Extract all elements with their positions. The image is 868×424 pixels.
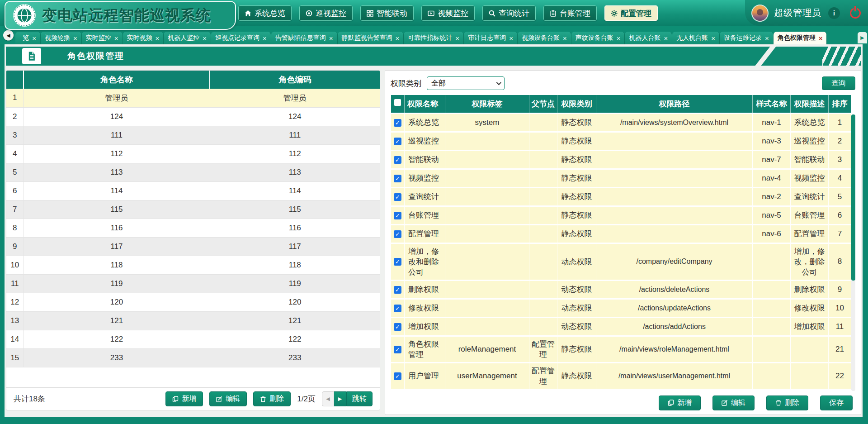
perm-style[interactable] bbox=[753, 243, 791, 280]
perm-path[interactable] bbox=[596, 132, 753, 150]
row-index[interactable]: 7 bbox=[6, 200, 24, 219]
perm-order[interactable]: 6 bbox=[829, 206, 851, 224]
tab-机器人监控[interactable]: 机器人监控× bbox=[164, 32, 211, 44]
role-code[interactable]: 233 bbox=[210, 348, 380, 367]
perm-tag[interactable] bbox=[445, 224, 529, 243]
permission-row[interactable]: ✓台账管理静态权限nav-5台账管理6 bbox=[391, 206, 851, 224]
perm-style[interactable]: nav-5 bbox=[753, 206, 791, 224]
row-checkbox[interactable]: ✓ bbox=[394, 286, 401, 294]
perm-parent[interactable] bbox=[529, 280, 557, 299]
perm-desc[interactable] bbox=[791, 362, 829, 389]
perm-style[interactable]: nav-4 bbox=[753, 169, 791, 187]
perm-name[interactable]: 视频监控 bbox=[405, 169, 445, 187]
perm-order[interactable]: 21 bbox=[829, 336, 851, 362]
perm-path[interactable] bbox=[596, 187, 753, 206]
perm-parent[interactable] bbox=[529, 169, 557, 187]
select-all-checkbox[interactable] bbox=[394, 99, 401, 106]
nav-button-eye[interactable]: 巡视监控 bbox=[299, 5, 353, 21]
close-icon[interactable]: × bbox=[563, 35, 567, 42]
role-name[interactable]: 120 bbox=[24, 293, 210, 311]
perm-type[interactable]: 静态权限 bbox=[557, 113, 596, 132]
perm-tag[interactable] bbox=[445, 206, 529, 224]
row-index[interactable]: 9 bbox=[6, 237, 24, 256]
permission-row[interactable]: ✓删除权限动态权限/actions/deleteActions删除权限9 bbox=[391, 280, 851, 299]
permission-row[interactable]: ✓增加，修改和删除公司动态权限/company/editCompany增加，修改… bbox=[391, 243, 851, 280]
perm-parent[interactable] bbox=[529, 317, 557, 336]
perm-path[interactable] bbox=[596, 169, 753, 187]
perm-desc[interactable]: 视频监控 bbox=[791, 169, 829, 187]
perm-tag[interactable] bbox=[445, 299, 529, 317]
permission-row[interactable]: ✓视频监控静态权限nav-4视频监控4 bbox=[391, 169, 851, 187]
perm-tag[interactable]: userManagement bbox=[445, 362, 529, 389]
perm-parent[interactable] bbox=[529, 187, 557, 206]
perm-style[interactable]: nav-1 bbox=[753, 113, 791, 132]
perm-path[interactable]: /main/views/systemOverview.html bbox=[596, 113, 753, 132]
row-checkbox[interactable]: ✓ bbox=[394, 175, 401, 182]
role-row[interactable]: 9117117 bbox=[6, 237, 380, 256]
nav-button-ledger[interactable]: 台账管理 bbox=[543, 5, 597, 21]
role-name[interactable]: 115 bbox=[24, 200, 210, 219]
perm-desc[interactable]: 台账管理 bbox=[791, 206, 829, 224]
close-icon[interactable]: × bbox=[819, 35, 823, 42]
close-icon[interactable]: × bbox=[329, 35, 333, 42]
perm-order[interactable]: 10 bbox=[829, 299, 851, 317]
nav-button-search[interactable]: 查询统计 bbox=[482, 5, 536, 21]
role-name[interactable]: 管理员 bbox=[24, 89, 210, 107]
perm-tag[interactable] bbox=[445, 169, 529, 187]
perm-type[interactable]: 动态权限 bbox=[557, 317, 596, 336]
perm-name[interactable]: 巡视监控 bbox=[405, 132, 445, 150]
perm-type[interactable]: 静态权限 bbox=[557, 336, 596, 362]
perm-parent[interactable] bbox=[529, 224, 557, 243]
role-code[interactable]: 119 bbox=[210, 274, 380, 293]
perm-name[interactable]: 智能联动 bbox=[405, 150, 445, 169]
role-row[interactable]: 3111111 bbox=[6, 126, 380, 144]
row-index[interactable]: 3 bbox=[6, 126, 24, 144]
perm-name[interactable]: 用户管理 bbox=[405, 362, 445, 389]
tab-无人机台账[interactable]: 无人机台账× bbox=[672, 32, 720, 44]
tab-机器人台账[interactable]: 机器人台账× bbox=[625, 32, 672, 44]
role-code[interactable]: 124 bbox=[210, 107, 380, 126]
perm-edit-button[interactable]: 编辑 bbox=[712, 395, 755, 410]
perm-order[interactable]: 1 bbox=[829, 113, 851, 132]
role-row[interactable]: 6114114 bbox=[6, 181, 380, 200]
tab-设备运维记录[interactable]: 设备运维记录× bbox=[720, 32, 774, 44]
perm-style[interactable]: nav-7 bbox=[753, 150, 791, 169]
permission-row[interactable]: ✓用户管理userManagement配置管理静态权限/main/views/u… bbox=[391, 362, 851, 389]
tab-实时监控[interactable]: 实时监控× bbox=[82, 32, 123, 44]
permission-row[interactable]: ✓增加权限动态权限/actions/addActions增加权限11 bbox=[391, 317, 851, 336]
perm-type[interactable]: 静态权限 bbox=[557, 206, 596, 224]
perm-path[interactable]: /company/editCompany bbox=[596, 243, 753, 280]
perm-order[interactable]: 4 bbox=[829, 169, 851, 187]
perm-parent[interactable] bbox=[529, 150, 557, 169]
role-row[interactable]: 4112112 bbox=[6, 144, 380, 163]
jump-page-button[interactable]: 跳转 bbox=[346, 391, 373, 406]
perm-parent[interactable] bbox=[529, 132, 557, 150]
perm-desc[interactable]: 系统总览 bbox=[791, 113, 829, 132]
perm-parent[interactable] bbox=[529, 299, 557, 317]
perm-name[interactable]: 角色权限管理 bbox=[405, 336, 445, 362]
tab-巡视点记录查询[interactable]: 巡视点记录查询× bbox=[211, 32, 271, 44]
perm-type[interactable]: 静态权限 bbox=[557, 132, 596, 150]
role-name[interactable]: 121 bbox=[24, 311, 210, 330]
role-code[interactable]: 111 bbox=[210, 126, 380, 144]
role-row[interactable]: 14122122 bbox=[6, 330, 380, 348]
role-row[interactable]: 13121121 bbox=[6, 311, 380, 330]
perm-style[interactable]: nav-2 bbox=[753, 187, 791, 206]
permission-row[interactable]: ✓巡视监控静态权限nav-3巡视监控2 bbox=[391, 132, 851, 150]
tab-审计日志查询[interactable]: 审计日志查询× bbox=[464, 32, 518, 44]
role-name[interactable]: 114 bbox=[24, 181, 210, 200]
close-icon[interactable]: × bbox=[509, 35, 513, 42]
row-checkbox[interactable]: ✓ bbox=[394, 156, 401, 164]
perm-type[interactable]: 静态权限 bbox=[557, 224, 596, 243]
perm-path[interactable]: /actions/updateActions bbox=[596, 299, 753, 317]
close-icon[interactable]: × bbox=[664, 35, 668, 42]
tab-静默监视告警查询[interactable]: 静默监视告警查询× bbox=[338, 32, 404, 44]
perm-type[interactable]: 动态权限 bbox=[557, 243, 596, 280]
row-index[interactable]: 6 bbox=[6, 181, 24, 200]
close-icon[interactable]: × bbox=[765, 35, 769, 42]
avatar[interactable] bbox=[751, 5, 769, 22]
close-icon[interactable]: × bbox=[263, 35, 267, 42]
perm-tag[interactable]: roleManagement bbox=[445, 336, 529, 362]
row-index[interactable]: 15 bbox=[6, 348, 24, 367]
perm-desc[interactable]: 配置管理 bbox=[791, 224, 829, 243]
